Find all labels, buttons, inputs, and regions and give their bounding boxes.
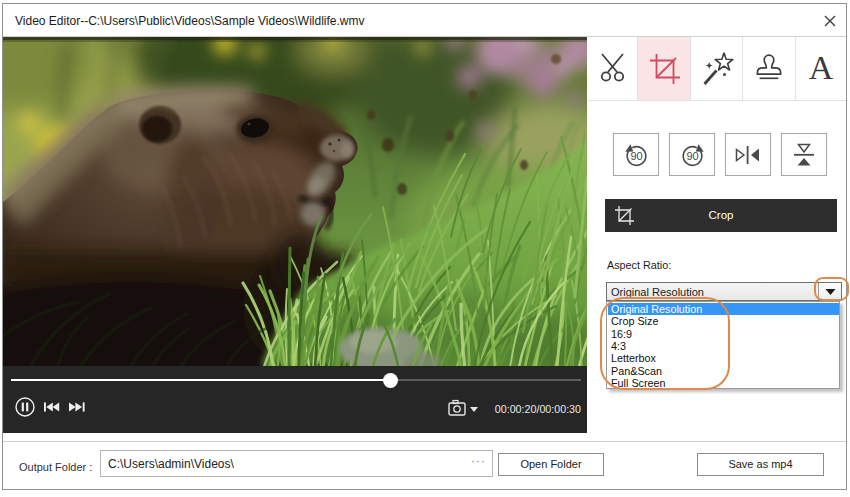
svg-text:90: 90 xyxy=(686,150,698,162)
svg-text:90: 90 xyxy=(630,150,642,162)
